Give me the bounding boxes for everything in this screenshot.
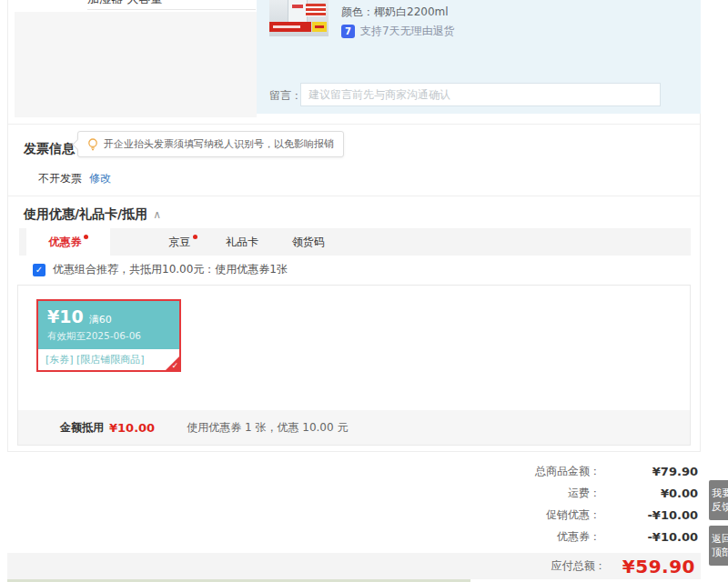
divider bbox=[87, 9, 256, 10]
product-image[interactable] bbox=[269, 0, 329, 36]
payable-bar: 应付总额： ¥59.90 bbox=[7, 553, 701, 579]
summary-label: 促销优惠： bbox=[546, 507, 601, 523]
deduction-label: 金额抵用 bbox=[60, 420, 104, 436]
invoice-edit-link[interactable]: 修改 bbox=[89, 172, 111, 185]
product-color-label: 颜色：椰奶白2200ml bbox=[341, 5, 449, 20]
check-icon: ✓ bbox=[171, 361, 178, 370]
divider bbox=[8, 124, 700, 125]
coupon-section-title: 使用优惠/礼品卡/抵用∧ bbox=[24, 206, 161, 223]
coupon-tags: [东券] [限店铺限商品] bbox=[38, 349, 179, 370]
coupon-card[interactable]: ¥10满60 有效期至2025-06-06 [东券] [限店铺限商品] ✓ bbox=[36, 299, 181, 372]
checkout-page: 加湿器 大容量 颜色：椰奶白2200ml 7 支持7天无理由退货 留言： 发票信… bbox=[0, 0, 728, 582]
product-list-box bbox=[15, 12, 257, 117]
return-policy-text: 支持7天无理由退货 bbox=[360, 24, 455, 39]
invoice-title: 发票信息 bbox=[24, 141, 75, 157]
product-detail-box: 颜色：椰奶白2200ml 7 支持7天无理由退货 留言： bbox=[257, 0, 701, 114]
invoice-tip-text: 开企业抬头发票须填写纳税人识别号，以免影响报销 bbox=[104, 137, 334, 151]
invoice-status-row: 不开发票修改 bbox=[38, 171, 111, 186]
collapse-chevron-icon[interactable]: ∧ bbox=[153, 208, 161, 221]
tab-coupon[interactable]: 优惠券 bbox=[26, 228, 110, 256]
coupon-amount: ¥10 bbox=[47, 306, 84, 326]
summary-row-coupon: 优惠券： -¥10.00 bbox=[535, 526, 698, 547]
summary-value: -¥10.00 bbox=[601, 508, 698, 522]
tab-jingdou-badge-dot bbox=[193, 235, 197, 239]
combo-checkbox[interactable]: ✓ bbox=[33, 264, 46, 276]
coupon-tabbar: 优惠券 京豆 礼品卡 领货码 bbox=[19, 228, 691, 256]
summary-row-promo: 促销优惠： -¥10.00 bbox=[535, 504, 698, 526]
back-to-top-button[interactable]: 返回顶部 bbox=[709, 526, 728, 566]
summary-value: ¥79.90 bbox=[601, 465, 698, 478]
coupon-condition: 满60 bbox=[89, 314, 112, 326]
lightbulb-icon bbox=[87, 138, 98, 151]
invoice-tooltip: 开企业抬头发票须填写纳税人识别号，以免影响报销 bbox=[77, 131, 344, 157]
message-input[interactable] bbox=[300, 83, 661, 106]
feedback-button[interactable]: 我要反馈 bbox=[709, 480, 728, 520]
coupon-list-box: ¥10满60 有效期至2025-06-06 [东券] [限店铺限商品] ✓ 金额… bbox=[17, 285, 691, 446]
invoice-current: 不开发票 bbox=[38, 172, 82, 185]
summary-label: 总商品金额： bbox=[535, 464, 601, 479]
deduction-row: 金额抵用 ¥10.00 使用优惠券 1 张，优惠 10.00 元 bbox=[18, 410, 690, 445]
seven-day-return-icon: 7 bbox=[341, 25, 355, 38]
summary-value: -¥10.00 bbox=[601, 530, 698, 544]
tab-giftcard[interactable]: 礼品卡 bbox=[206, 228, 278, 256]
order-panel: 加湿器 大容量 颜色：椰奶白2200ml 7 支持7天无理由退货 留言： 发票信… bbox=[7, 0, 701, 452]
combo-label: 优惠组合推荐，共抵用10.00元：使用优惠券1张 bbox=[53, 262, 288, 277]
divider bbox=[8, 196, 700, 196]
tab-pickup-code[interactable]: 领货码 bbox=[272, 228, 345, 256]
return-policy-row: 7 支持7天无理由退货 bbox=[341, 24, 455, 39]
summary-label: 优惠券： bbox=[557, 529, 601, 545]
combo-recommend-row: ✓ 优惠组合推荐，共抵用10.00元：使用优惠券1张 bbox=[33, 262, 288, 277]
summary-label: 运费： bbox=[568, 486, 601, 501]
summary-row-shipping: 运费： ¥0.00 bbox=[535, 482, 698, 504]
clipped-product-title: 加湿器 大容量 bbox=[87, 0, 269, 5]
message-label: 留言： bbox=[269, 88, 302, 104]
summary-row-total: 总商品金额： ¥79.90 bbox=[535, 460, 698, 482]
tab-coupon-badge-dot bbox=[84, 235, 88, 239]
payable-label: 应付总额： bbox=[551, 558, 606, 574]
payable-value: ¥59.90 bbox=[622, 556, 695, 577]
deduction-amount: ¥10.00 bbox=[109, 421, 155, 435]
summary-value: ¥0.00 bbox=[601, 487, 698, 500]
order-summary: 总商品金额： ¥79.90 运费： ¥0.00 促销优惠： -¥10.00 优惠… bbox=[535, 460, 698, 547]
coupon-validity: 有效期至2025-06-06 bbox=[47, 330, 170, 343]
deduction-detail: 使用优惠券 1 张，优惠 10.00 元 bbox=[187, 420, 348, 436]
